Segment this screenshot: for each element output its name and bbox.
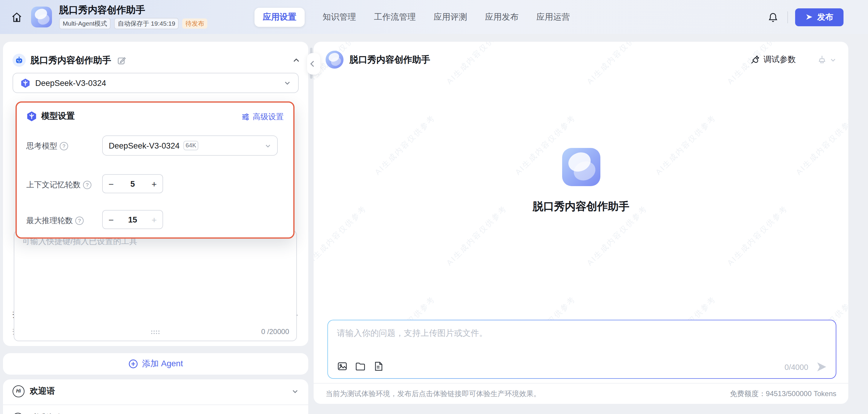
empty-state: 脱口秀内容创作助手 [314, 148, 848, 213]
max-infer-value[interactable] [120, 215, 146, 224]
hi-icon: Hi [12, 385, 25, 397]
home-icon [11, 11, 23, 23]
sliders-icon [241, 113, 250, 121]
tab-knowledge[interactable]: 知识管理 [322, 8, 356, 27]
collapse-panel-handle[interactable] [307, 53, 320, 75]
context-rounds-label: 上下文记忆轮数 ? [26, 179, 91, 190]
think-model-select[interactable]: DeepSeek-V3-0324 64K [102, 135, 278, 156]
top-header: 脱口秀内容创作助手 Multi-Agent模式 自动保存于 19:45:19 待… [0, 0, 868, 34]
add-agent-button[interactable]: 添加 Agent [3, 353, 308, 375]
edit-icon[interactable] [117, 56, 126, 65]
chat-input-box: 0/4000 [328, 320, 836, 379]
mode-badge: Multi-Agent模式 [59, 18, 111, 29]
header-divider [787, 11, 788, 23]
broom-icon [817, 55, 827, 64]
advanced-settings-link[interactable]: 高级设置 [241, 111, 284, 122]
decrement-button[interactable]: − [103, 214, 120, 225]
upload-file-button[interactable] [373, 361, 383, 372]
input-right-group: 0/4000 [784, 361, 827, 373]
clear-history-button[interactable] [817, 55, 836, 64]
collapse-agent-chevron-icon[interactable] [293, 57, 300, 64]
chat-experience-row[interactable]: 对话体验 [3, 409, 308, 414]
prompt-textarea[interactable] [14, 231, 296, 308]
badge-row: Multi-Agent模式 自动保存于 19:45:19 待发布 [59, 18, 207, 29]
think-model-label: 思考模型 ? [26, 141, 68, 151]
tab-operation[interactable]: 应用运营 [536, 8, 570, 27]
prompt-char-counter: 0 /20000 [261, 327, 289, 336]
max-infer-label: 最大推理轮数 ? [26, 215, 84, 226]
decrement-button[interactable]: − [103, 179, 120, 189]
debug-params-button[interactable]: 调试参数 [750, 54, 796, 65]
chat-input[interactable] [328, 320, 836, 356]
bell-icon [768, 12, 778, 22]
max-infer-stepper: − + [102, 210, 163, 229]
agent-card: 脱口秀内容创作助手 DeepSeek-V3-0324 [3, 42, 308, 346]
welcome-label: 欢迎语 [30, 386, 55, 396]
chevron-down-icon [265, 142, 271, 149]
plus-circle-icon [128, 359, 138, 369]
model-settings-panel: 模型设置 高级设置 思考模型 ? DeepSeek-V3-0324 64K [16, 101, 294, 239]
think-model-value: DeepSeek-V3-0324 [109, 141, 180, 150]
status-badge: 待发布 [183, 19, 207, 29]
help-icon[interactable]: ? [75, 216, 84, 225]
plug-icon [750, 55, 760, 64]
upload-image-button[interactable] [337, 361, 348, 372]
model-settings-title: 模型设置 [41, 111, 75, 122]
chat-experience-label: 对话体验 [29, 413, 62, 414]
publish-button[interactable]: 发布 [795, 8, 843, 26]
page-title: 脱口秀内容创作助手 [59, 5, 207, 15]
chat-experience-icon [12, 413, 23, 414]
model-logo-icon [20, 78, 30, 88]
empty-state-title: 脱口秀内容创作助手 [314, 199, 848, 213]
home-button[interactable] [9, 10, 24, 24]
increment-button[interactable]: + [146, 214, 162, 225]
tab-workflow[interactable]: 工作流管理 [374, 8, 416, 27]
welcome-message-row[interactable]: Hi 欢迎语 [3, 379, 308, 403]
help-icon[interactable]: ? [60, 142, 68, 150]
model-select-value: DeepSeek-V3-0324 [35, 78, 106, 88]
send-icon [805, 13, 813, 21]
top-nav: 应用设置 知识管理 工作流管理 应用评测 应用发布 应用运营 [254, 8, 570, 27]
app-root: 脱口秀内容创作助手 Multi-Agent模式 自动保存于 19:45:19 待… [0, 0, 868, 414]
preview-header: 脱口秀内容创作助手 调试参数 [326, 50, 836, 69]
preview-panel: AI生成内容仅供参考AI生成内容仅供参考AI生成内容仅供参考AI生成内容仅供参考… [314, 42, 848, 404]
upload-toolbar [337, 361, 383, 372]
preview-footer: 当前为测试体验环境，发布后点击体验链接即可体验生产环境效果。 免费额度：9451… [314, 383, 848, 404]
autosave-badge: 自动保存于 19:45:19 [114, 18, 179, 29]
quota-text: 免费额度：94513/500000 Tokens [730, 389, 836, 399]
chevron-down-icon [830, 56, 836, 63]
drag-handle[interactable] [151, 330, 160, 335]
chevron-down-icon [284, 79, 291, 87]
context-size-tag: 64K [183, 141, 198, 150]
assistant-avatar [326, 51, 343, 69]
robot-icon [12, 54, 26, 67]
input-char-counter: 0/4000 [784, 363, 808, 371]
notification-button[interactable] [766, 10, 780, 24]
agent-model-select[interactable]: DeepSeek-V3-0324 [12, 73, 299, 93]
model-logo-icon [26, 111, 37, 122]
agent-header: 脱口秀内容创作助手 [12, 54, 300, 67]
model-settings-header: 模型设置 [26, 111, 75, 122]
assistant-big-icon [562, 148, 600, 186]
tab-app-settings[interactable]: 应用设置 [254, 8, 305, 27]
environment-note: 当前为测试体验环境，发布后点击体验链接即可体验生产环境效果。 [326, 389, 730, 399]
chevron-down-icon[interactable] [291, 387, 299, 394]
increment-button[interactable]: + [146, 179, 162, 189]
tab-publish[interactable]: 应用发布 [485, 8, 519, 27]
help-icon[interactable]: ? [83, 181, 91, 189]
prompt-editor: 0 /20000 [14, 230, 297, 341]
context-rounds-value[interactable] [120, 179, 146, 188]
agent-name: 脱口秀内容创作助手 [30, 55, 111, 66]
app-logo [31, 6, 52, 28]
tab-evaluation[interactable]: 应用评测 [434, 8, 467, 27]
send-message-button[interactable] [815, 361, 827, 373]
accordion-card: Hi 欢迎语 对话体验 [3, 379, 308, 414]
preview-title: 脱口秀内容创作助手 [349, 54, 430, 65]
upload-folder-button[interactable] [355, 361, 366, 372]
divider [3, 405, 308, 405]
context-rounds-stepper: − + [102, 174, 163, 193]
